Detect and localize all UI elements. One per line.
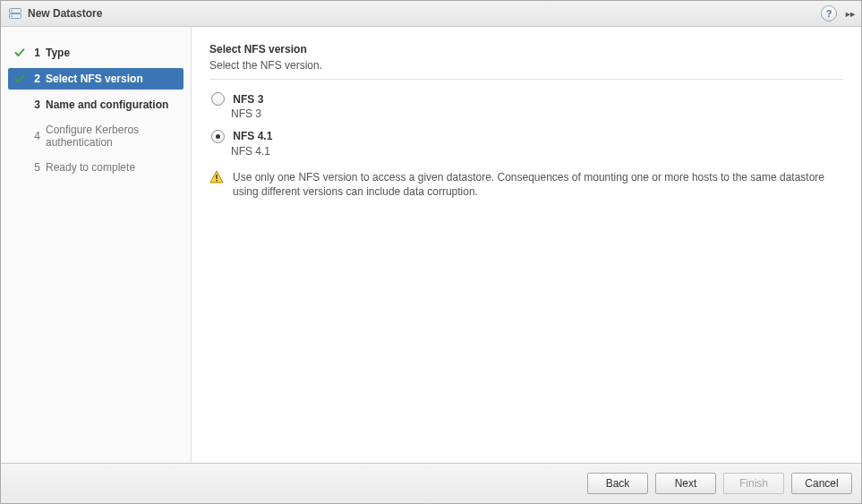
warning-text: Use only one NFS version to access a giv… — [233, 170, 841, 199]
step-number: 1 — [31, 47, 40, 59]
svg-point-2 — [11, 10, 13, 12]
wizard-step-configure-kerberos: 4 Configure Kerberos authentication — [8, 120, 183, 152]
cancel-button[interactable]: Cancel — [791, 473, 852, 494]
dialog-footer: Back Next Finish Cancel — [1, 463, 861, 503]
divider — [209, 79, 843, 80]
nfs41-option[interactable]: NFS 4.1 NFS 4.1 — [211, 129, 843, 157]
step-label: Configure Kerberos authentication — [46, 124, 178, 149]
svg-rect-5 — [216, 180, 218, 182]
option-label: NFS 3 — [233, 93, 263, 106]
radio-icon[interactable] — [211, 92, 225, 106]
finish-button[interactable]: Finish — [723, 473, 784, 494]
radio-icon[interactable] — [211, 130, 225, 143]
datastore-icon — [8, 6, 22, 21]
option-description: NFS 3 — [231, 107, 843, 120]
wizard-sidebar: 1 Type 2 Select NFS version 3 Name and c… — [1, 27, 192, 463]
warning-icon — [209, 170, 224, 187]
step-label: Type — [46, 47, 178, 59]
help-icon[interactable]: ? — [821, 5, 837, 21]
checkmark-icon — [13, 73, 26, 84]
expand-arrows-icon[interactable]: ▸▸ — [844, 6, 854, 21]
checkmark-icon — [13, 47, 26, 58]
wizard-content: Select NFS version Select the NFS versio… — [192, 27, 861, 463]
option-description: NFS 4.1 — [231, 145, 843, 158]
step-number: 5 — [31, 161, 40, 174]
step-label: Name and configuration — [46, 98, 178, 111]
option-label: NFS 4.1 — [233, 130, 272, 142]
wizard-step-ready-to-complete: 5 Ready to complete — [8, 158, 183, 177]
nfs3-option[interactable]: NFS 3 NFS 3 — [211, 92, 843, 120]
content-subheading: Select the NFS version. — [209, 59, 843, 72]
wizard-step-type[interactable]: 1 Type — [8, 43, 183, 63]
step-label: Ready to complete — [46, 161, 178, 174]
step-number: 2 — [31, 73, 40, 85]
back-button[interactable]: Back — [587, 473, 648, 494]
nfs-version-radio-group: NFS 3 NFS 3 NFS 4.1 NFS 4.1 — [209, 92, 843, 158]
dialog: New Datastore ? ▸▸ 1 Type 2 Select NFS v… — [0, 0, 862, 504]
step-number: 3 — [31, 98, 40, 111]
content-heading: Select NFS version — [209, 43, 843, 56]
svg-point-3 — [11, 15, 13, 17]
next-button[interactable]: Next — [655, 473, 716, 494]
svg-rect-4 — [216, 175, 218, 179]
step-label: Select NFS version — [46, 73, 178, 85]
step-number: 4 — [31, 130, 40, 142]
dialog-body: 1 Type 2 Select NFS version 3 Name and c… — [1, 27, 861, 463]
wizard-step-select-nfs-version[interactable]: 2 Select NFS version — [8, 68, 183, 90]
warning-row: Use only one NFS version to access a giv… — [209, 170, 843, 199]
dialog-title: New Datastore — [28, 7, 102, 20]
wizard-step-name-and-configuration[interactable]: 3 Name and configuration — [8, 95, 183, 115]
titlebar: New Datastore ? ▸▸ — [1, 1, 861, 27]
